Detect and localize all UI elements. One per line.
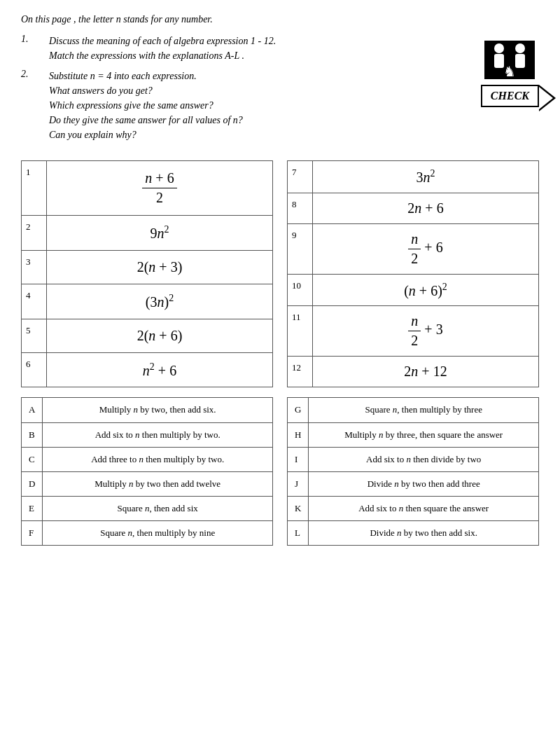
explanation-desc: Multiply n by two then add twelve bbox=[43, 471, 273, 496]
chess-icon: ♞ bbox=[484, 41, 535, 79]
fraction-expr: n + 6 2 bbox=[142, 170, 176, 206]
arrow-tip-inner bbox=[539, 87, 553, 109]
check-button[interactable]: CHECK bbox=[481, 85, 539, 107]
expr-num: 5 bbox=[22, 319, 47, 352]
fraction-denom: 2 bbox=[408, 249, 421, 267]
fraction-denom: 2 bbox=[408, 331, 421, 349]
list-item: E Square n, then add six bbox=[22, 497, 273, 521]
list-item: I Add six to n then divide by two bbox=[288, 447, 539, 471]
expr-cell: n2 + 6 bbox=[47, 352, 273, 387]
list-item: D Multiply n by two then add twelve bbox=[22, 471, 273, 496]
table-row: 4 (3n)2 bbox=[22, 284, 273, 319]
explanation-desc: Add six to n then square the answer bbox=[309, 497, 539, 521]
svg-point-3 bbox=[515, 43, 525, 53]
table-row: 2 9n2 bbox=[22, 216, 273, 251]
table-row: 12 2n + 12 bbox=[288, 357, 539, 387]
table-row: 5 2(n + 6) bbox=[22, 319, 273, 352]
explanation-letter: E bbox=[22, 497, 43, 521]
svg-rect-4 bbox=[515, 54, 525, 68]
explanation-desc: Square n, then multiply by nine bbox=[43, 521, 273, 546]
explanation-desc: Add six to n then multiply by two. bbox=[43, 422, 273, 447]
expr-cell: n + 6 2 bbox=[47, 161, 273, 216]
instruction1-text: Discuss the meaning of each of algebra e… bbox=[49, 34, 276, 63]
expr-num: 3 bbox=[22, 251, 47, 284]
list-item: C Add three to n then multiply by two. bbox=[22, 447, 273, 471]
explanations-table-left: A Multiply n by two, then add six. B Add… bbox=[21, 397, 273, 546]
expr-cell: 2(n + 6) bbox=[47, 319, 273, 352]
expr-num: 7 bbox=[288, 161, 313, 193]
expr-cell: 2n + 6 bbox=[313, 193, 539, 223]
fraction-expr: n 2 bbox=[408, 313, 421, 349]
explanation-desc: Add six to n then divide by two bbox=[309, 447, 539, 471]
intro-text: On this page , the letter n stands for a… bbox=[21, 14, 539, 25]
explanation-desc: Divide n by two then add three bbox=[309, 471, 539, 496]
explanation-letter: H bbox=[288, 422, 309, 447]
explanation-letter: D bbox=[22, 471, 43, 496]
explanation-desc: Add three to n then multiply by two. bbox=[43, 447, 273, 471]
explanation-letter: A bbox=[22, 398, 43, 422]
explanation-desc: Multiply n by two, then add six. bbox=[43, 398, 273, 422]
list-item: A Multiply n by two, then add six. bbox=[22, 398, 273, 422]
instruction1-number: 1. bbox=[21, 34, 42, 63]
svg-rect-2 bbox=[494, 54, 504, 68]
explanation-letter: J bbox=[288, 471, 309, 496]
instruction2-number: 2. bbox=[21, 69, 42, 142]
table-row: 7 3n2 bbox=[288, 161, 539, 193]
expr-cell: (3n)2 bbox=[47, 284, 273, 319]
expr-num: 12 bbox=[288, 357, 313, 387]
table-row: 11 n 2 + 3 bbox=[288, 306, 539, 357]
expressions-table-right: 7 3n2 8 2n + 6 9 n 2 + 6 10 (n + 6)2 bbox=[287, 160, 539, 387]
chess-icon-svg: ♞ bbox=[485, 41, 534, 79]
expressions-table-left: 1 n + 6 2 2 9n2 3 2(n + 3) 4 (3n)2 bbox=[21, 160, 273, 387]
fraction-numer: n bbox=[408, 313, 421, 331]
table-row: 9 n 2 + 6 bbox=[288, 223, 539, 274]
fraction-numer: n + 6 bbox=[142, 170, 176, 188]
explanation-letter: B bbox=[22, 422, 43, 447]
svg-point-1 bbox=[494, 43, 504, 53]
explanation-desc: Square n, then multiply by three bbox=[309, 398, 539, 422]
explanation-letter: G bbox=[288, 398, 309, 422]
table-row: 10 (n + 6)2 bbox=[288, 274, 539, 306]
table-row: 3 2(n + 3) bbox=[22, 251, 273, 284]
fraction-expr: n 2 bbox=[408, 231, 421, 267]
expr-num: 6 bbox=[22, 352, 47, 387]
expr-cell: (n + 6)2 bbox=[313, 274, 539, 306]
list-item: F Square n, then multiply by nine bbox=[22, 521, 273, 546]
expr-cell: n 2 + 3 bbox=[313, 306, 539, 357]
expr-cell: 2(n + 3) bbox=[47, 251, 273, 284]
explanation-desc: Square n, then add six bbox=[43, 497, 273, 521]
list-item: K Add six to n then square the answer bbox=[288, 497, 539, 521]
expr-num: 11 bbox=[288, 306, 313, 357]
expr-num: 8 bbox=[288, 193, 313, 223]
expr-num: 1 bbox=[22, 161, 47, 216]
instruction2-text: Substitute n = 4 into each expression. W… bbox=[49, 69, 243, 142]
svg-text:♞: ♞ bbox=[503, 64, 516, 79]
explanation-letter: I bbox=[288, 447, 309, 471]
expr-cell: 9n2 bbox=[47, 216, 273, 251]
list-item: B Add six to n then multiply by two. bbox=[22, 422, 273, 447]
list-item: J Divide n by two then add three bbox=[288, 471, 539, 496]
table-row: 6 n2 + 6 bbox=[22, 352, 273, 387]
expr-num: 4 bbox=[22, 284, 47, 319]
explanation-desc: Divide n by two then add six. bbox=[309, 521, 539, 546]
list-item: L Divide n by two then add six. bbox=[288, 521, 539, 546]
explanations-table-right: G Square n, then multiply by three H Mul… bbox=[287, 397, 539, 546]
list-item: H Multiply n by three, then square the a… bbox=[288, 422, 539, 447]
list-item: G Square n, then multiply by three bbox=[288, 398, 539, 422]
expr-num: 9 bbox=[288, 223, 313, 274]
table-row: 8 2n + 6 bbox=[288, 193, 539, 223]
expr-num: 2 bbox=[22, 216, 47, 251]
fraction-numer: n bbox=[408, 231, 421, 249]
expr-cell: 2n + 12 bbox=[313, 357, 539, 387]
expr-cell: n 2 + 6 bbox=[313, 223, 539, 274]
explanation-letter: F bbox=[22, 521, 43, 546]
explanation-letter: L bbox=[288, 521, 309, 546]
explanation-desc: Multiply n by three, then square the ans… bbox=[309, 422, 539, 447]
expr-num: 10 bbox=[288, 274, 313, 306]
explanation-letter: K bbox=[288, 497, 309, 521]
expr-cell: 3n2 bbox=[313, 161, 539, 193]
table-row: 1 n + 6 2 bbox=[22, 161, 273, 216]
explanation-letter: C bbox=[22, 447, 43, 471]
fraction-denom: 2 bbox=[153, 188, 166, 206]
